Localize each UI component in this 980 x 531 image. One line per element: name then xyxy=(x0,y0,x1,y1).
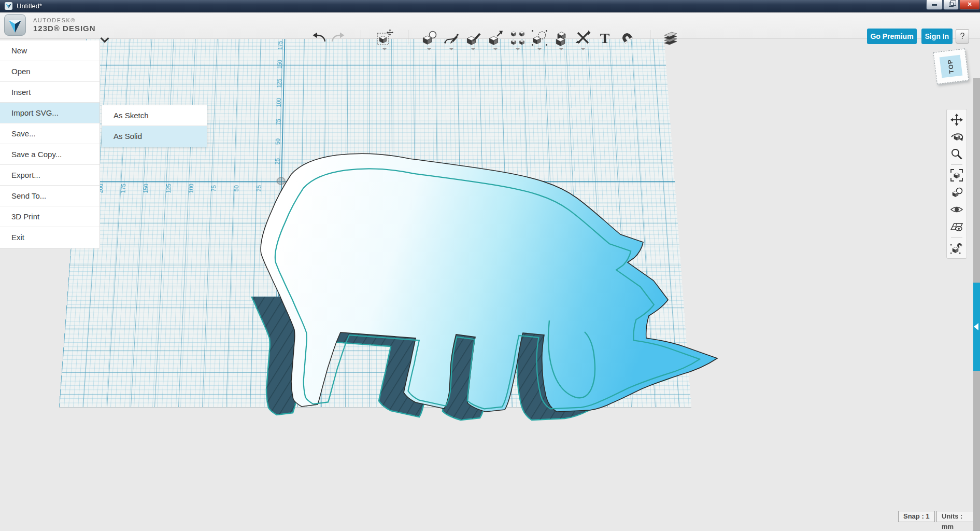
material-icon xyxy=(661,29,680,47)
sign-in-button[interactable]: Sign In xyxy=(921,29,953,44)
primitives-button[interactable] xyxy=(419,28,439,48)
grid-toggle-icon xyxy=(950,220,963,233)
pan-button[interactable] xyxy=(949,113,964,127)
menu-item-save[interactable]: Save... xyxy=(0,123,100,144)
minimize-button[interactable] xyxy=(926,0,943,10)
menu-item-import-svg[interactable]: Import SVG... xyxy=(0,103,100,123)
view-cube-top-label: TOP xyxy=(946,59,955,74)
text-icon: T xyxy=(596,29,614,47)
window-title: Untitled* xyxy=(17,2,42,10)
menu-item-open[interactable]: Open xyxy=(0,61,100,82)
show-hide-icon xyxy=(950,186,963,199)
snap-object-icon xyxy=(950,241,963,255)
toolbar-separator xyxy=(408,30,408,45)
app-menu-button[interactable]: AUTODESK® 123D® DESIGN xyxy=(4,14,96,36)
modify-dropdown-caret[interactable] xyxy=(493,48,498,50)
svg-text:T: T xyxy=(600,30,610,46)
panel-expand-tab[interactable] xyxy=(973,283,980,371)
pan-icon xyxy=(950,113,963,127)
navtools-separator xyxy=(951,164,962,165)
zoom-button[interactable] xyxy=(949,147,964,161)
sketch-button[interactable] xyxy=(442,28,461,48)
import-svg-submenu: As Sketch As Solid xyxy=(102,105,207,147)
redo-button[interactable] xyxy=(328,28,348,48)
snap-button[interactable] xyxy=(617,28,637,48)
close-button[interactable]: ✕ xyxy=(959,0,980,10)
visibility-button[interactable] xyxy=(949,203,964,216)
primitives-icon xyxy=(420,29,438,47)
menu-item-send-to[interactable]: Send To... xyxy=(0,186,100,206)
fit-view-button[interactable] xyxy=(949,169,964,182)
help-button[interactable]: ? xyxy=(956,29,969,44)
app-logo-icon xyxy=(4,14,26,36)
transform-button[interactable] xyxy=(375,28,394,48)
rhino-top-face[interactable] xyxy=(261,153,717,412)
grid-toggle-button[interactable] xyxy=(949,220,964,233)
fit-view-icon xyxy=(950,169,963,182)
modify-button[interactable] xyxy=(486,28,505,48)
primitives-dropdown-caret[interactable] xyxy=(427,48,431,50)
view-navigation-toolbar xyxy=(946,109,967,259)
undo-icon xyxy=(310,29,328,47)
measure-button[interactable] xyxy=(573,28,593,48)
sketch-dropdown-caret[interactable] xyxy=(449,48,453,50)
snap-icon xyxy=(618,29,636,47)
navtools-separator xyxy=(951,237,962,237)
sketch-icon xyxy=(443,29,460,47)
submenu-item-as-solid[interactable]: As Solid xyxy=(102,126,207,147)
chevron-down-icon[interactable] xyxy=(102,35,108,42)
window-titlebar: Untitled* ✕ xyxy=(0,0,980,12)
group-button[interactable] xyxy=(530,28,549,48)
main-toolbar: AUTODESK® 123D® DESIGN xyxy=(0,12,980,39)
redo-icon xyxy=(329,29,347,47)
submenu-item-as-sketch[interactable]: As Sketch xyxy=(102,105,207,126)
construct-icon xyxy=(464,29,482,47)
app-icon xyxy=(5,2,12,10)
brand-123d-design: 123D® DESIGN xyxy=(33,24,96,33)
toolbar-separator xyxy=(650,30,650,45)
transform-dropdown-caret[interactable] xyxy=(382,48,387,50)
snap-setting[interactable]: Snap : 1 xyxy=(898,511,935,522)
transform-icon xyxy=(375,28,394,48)
construct-dropdown-caret[interactable] xyxy=(471,48,475,50)
menu-item-export[interactable]: Export... xyxy=(0,165,100,186)
measure-icon xyxy=(574,29,592,47)
orbit-button[interactable] xyxy=(949,130,964,144)
brand-autodesk: AUTODESK® xyxy=(33,17,96,24)
pattern-dropdown-caret[interactable] xyxy=(516,48,520,50)
pattern-button[interactable] xyxy=(508,28,528,48)
eye-icon xyxy=(950,203,963,216)
pattern-icon xyxy=(509,29,527,47)
file-menu: New Open Insert Import SVG... Save... Sa… xyxy=(0,40,100,248)
undo-button[interactable] xyxy=(309,28,329,48)
close-icon: ✕ xyxy=(967,1,972,7)
group-icon xyxy=(531,29,548,47)
snap-object-button[interactable] xyxy=(949,241,964,255)
view-cube[interactable]: TOP xyxy=(933,48,969,84)
menu-item-insert[interactable]: Insert xyxy=(0,82,100,103)
group-dropdown-caret[interactable] xyxy=(537,48,542,50)
brand-text: AUTODESK® 123D® DESIGN xyxy=(33,17,96,33)
menu-item-3d-print[interactable]: 3D Print xyxy=(0,206,100,227)
view-cube-top-face[interactable]: TOP xyxy=(940,55,963,78)
combine-dropdown-caret[interactable] xyxy=(559,48,563,50)
restore-icon xyxy=(949,3,954,7)
combine-button[interactable] xyxy=(551,28,571,48)
combine-icon xyxy=(552,29,570,47)
menu-item-exit[interactable]: Exit xyxy=(0,227,100,248)
orbit-icon xyxy=(950,130,963,144)
toolbar-separator xyxy=(361,30,361,45)
material-button[interactable] xyxy=(661,28,680,48)
measure-dropdown-caret[interactable] xyxy=(581,48,585,50)
minimize-icon xyxy=(932,4,937,6)
construct-button[interactable] xyxy=(463,28,483,48)
right-window-edge xyxy=(973,78,980,531)
text-button[interactable]: T xyxy=(595,28,615,48)
restore-button[interactable] xyxy=(943,0,959,10)
zoom-icon xyxy=(950,147,963,161)
show-hide-button[interactable] xyxy=(949,186,964,199)
modify-icon xyxy=(487,29,504,47)
menu-item-new[interactable]: New xyxy=(0,40,100,61)
go-premium-button[interactable]: Go Premium xyxy=(867,29,917,44)
menu-item-save-a-copy[interactable]: Save a Copy... xyxy=(0,144,100,165)
